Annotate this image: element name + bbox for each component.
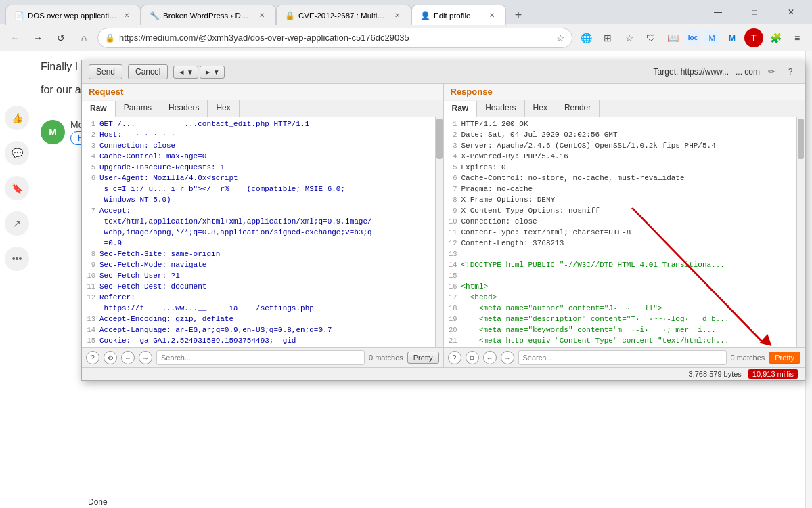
- back-button[interactable]: ←: [5, 28, 24, 47]
- tab-bar: 📄 DOS over wep application. pea... ✕ 🔧 B…: [5, 0, 528, 24]
- prev-arrow-button[interactable]: ◄ ▼: [173, 66, 198, 79]
- edit-target-button[interactable]: ✏: [764, 64, 779, 79]
- extension-icon-local[interactable]: loc: [685, 30, 701, 46]
- close-button[interactable]: ✕: [775, 2, 807, 22]
- window-controls: — □ ✕: [702, 2, 807, 22]
- tab-label-dos: DOS over wep application. pea...: [28, 12, 117, 20]
- maximize-button[interactable]: □: [739, 2, 770, 22]
- response-settings-button[interactable]: ⚙: [466, 351, 479, 364]
- response-back-button[interactable]: ←: [483, 351, 497, 364]
- code-line: 15Cookie: _ga=GA1.2.524931589.1593754493…: [82, 337, 443, 347]
- request-back-button[interactable]: ←: [121, 351, 135, 364]
- code-line: 13Accept-Encoding: gzip, deflate: [82, 315, 443, 326]
- response-tab-render[interactable]: Render: [556, 100, 600, 117]
- request-tab-params[interactable]: Params: [116, 100, 160, 117]
- star-icon[interactable]: ☆: [556, 33, 565, 43]
- response-scrollbar[interactable]: [796, 117, 805, 347]
- sidebar-more-icon[interactable]: •••: [5, 247, 29, 271]
- nav-icons: 🌐 ⊞ ☆ 🛡 📖 loc M M T 🧩 ≡: [577, 28, 807, 47]
- code-line: 15: [444, 272, 805, 282]
- code-line: Windows NT 5.0): [82, 196, 443, 207]
- request-pretty-button[interactable]: Pretty: [407, 352, 439, 364]
- code-line: 19 <meta name="description" content="T· …: [444, 315, 805, 326]
- address-text: https://medium.com/@0xmh3yad/dos-over-we…: [119, 33, 552, 43]
- target-label: Target: https://www... ... com ✏ ?: [654, 64, 798, 79]
- request-settings-button[interactable]: ⚙: [104, 351, 117, 364]
- response-scroll-thumb[interactable]: [798, 119, 804, 159]
- request-tab-raw[interactable]: Raw: [82, 101, 116, 117]
- request-content[interactable]: 1GET /... ...contact_edit.php HTTP/1.1 2…: [82, 117, 443, 347]
- code-line: 12Content-Length: 3768213: [444, 239, 805, 250]
- request-forward-button[interactable]: →: [139, 351, 152, 364]
- code-line: 7Accept:: [82, 207, 443, 217]
- response-tab-hex[interactable]: Hex: [525, 100, 556, 117]
- help-target-button[interactable]: ?: [783, 64, 798, 79]
- tab-close-dos[interactable]: ✕: [121, 10, 132, 21]
- tab-dos[interactable]: 📄 DOS over wep application. pea... ✕: [5, 5, 141, 25]
- menu-icon[interactable]: ≡: [788, 28, 807, 47]
- code-line: webp,image/apng,*/*;q=0.8,application/si…: [82, 228, 443, 239]
- sidebar-share-icon[interactable]: ↗: [5, 211, 29, 236]
- cancel-button[interactable]: Cancel: [128, 64, 168, 79]
- sidebar-like-icon[interactable]: 👍: [5, 106, 29, 130]
- response-tab-raw[interactable]: Raw: [444, 101, 478, 117]
- response-help-button[interactable]: ?: [448, 351, 461, 364]
- ms-extension-icon[interactable]: M: [723, 28, 742, 47]
- tab-close-cve[interactable]: ✕: [392, 10, 403, 21]
- request-matches-label: 0 matches: [369, 354, 403, 362]
- translate-icon[interactable]: 🌐: [577, 28, 595, 47]
- code-line: 20 <meta name="keywords" content="m ·-i·…: [444, 326, 805, 337]
- reload-button[interactable]: ↺: [51, 28, 70, 47]
- response-content[interactable]: 1HTTP/1.1 200 OK 2Date: Sat, 04 Jul 2020…: [444, 117, 805, 347]
- code-line: 18 <meta name="author" content="J· · ll"…: [444, 304, 805, 315]
- star-nav-icon[interactable]: ☆: [620, 28, 639, 47]
- tab-close-profile[interactable]: ✕: [487, 10, 497, 21]
- response-tabs: Raw Headers Hex Render: [444, 100, 805, 117]
- response-search-input[interactable]: [518, 350, 727, 365]
- sidebar-bookmark-icon[interactable]: 🔖: [5, 176, 29, 200]
- next-arrow-button[interactable]: ► ▼: [200, 66, 225, 79]
- response-matches-label: 0 matches: [731, 354, 765, 362]
- code-line: 8Sec-Fetch-Site: same-origin: [82, 250, 443, 261]
- response-forward-button[interactable]: →: [501, 351, 514, 364]
- address-bar[interactable]: 🔒 https://medium.com/@0xmh3yad/dos-over-…: [97, 28, 572, 48]
- code-line: 10Sec-Fetch-User: ?1: [82, 272, 443, 282]
- reading-list-icon[interactable]: 📖: [663, 28, 682, 47]
- code-line: 8X-Frame-Options: DENY: [444, 196, 805, 207]
- request-tab-headers[interactable]: Headers: [160, 100, 208, 117]
- code-line: 5Upgrade-Insecure-Requests: 1: [82, 163, 443, 174]
- tab-profile[interactable]: 👤 Edit profile ✕: [411, 5, 506, 25]
- shield-icon[interactable]: 🛡: [641, 28, 660, 47]
- new-tab-button[interactable]: +: [509, 5, 528, 24]
- code-line: 2Host: · · · · ·: [82, 131, 443, 142]
- request-help-button[interactable]: ?: [86, 351, 99, 364]
- code-line: 21 <meta http-equiv="Content-Type" conte…: [444, 337, 805, 347]
- tab-wordpress[interactable]: 🔧 Broken WordPress › Dashboard ✕: [141, 5, 276, 25]
- request-scroll-thumb[interactable]: [436, 119, 443, 159]
- code-line: 17 <head>: [444, 293, 805, 304]
- send-button[interactable]: Send: [89, 64, 122, 79]
- tab-close-wp[interactable]: ✕: [256, 10, 267, 21]
- request-search-input[interactable]: [156, 350, 365, 365]
- page-content: Finally I was able to run just 700 clien…: [0, 51, 812, 508]
- sidebar-comment-icon[interactable]: 💬: [5, 141, 29, 165]
- code-line: 3Server: Apache/2.4.6 (CentOS) OpenSSL/1…: [444, 142, 805, 152]
- tab-cve[interactable]: 🔒 CVE-2012-2687 : Multiple cross-site...…: [276, 5, 411, 25]
- forward-button[interactable]: →: [28, 28, 47, 47]
- code-line: 11Content-Type: text/html; charset=UTF-8: [444, 228, 805, 239]
- request-scrollbar[interactable]: [435, 117, 443, 347]
- extensions-icon[interactable]: 🧩: [766, 28, 785, 47]
- home-button[interactable]: ⌂: [74, 28, 93, 47]
- extension-icon-ms[interactable]: M: [704, 30, 720, 46]
- code-line: 9Sec-Fetch-Mode: navigate: [82, 261, 443, 272]
- grid-icon[interactable]: ⊞: [598, 28, 617, 47]
- tab-label-cve: CVE-2012-2687 : Multiple cross-site...: [298, 12, 388, 20]
- response-tab-headers[interactable]: Headers: [477, 100, 524, 117]
- code-line: 10Connection: close: [444, 217, 805, 228]
- code-line: 11Sec-Fetch-Dest: document: [82, 282, 443, 293]
- profile-circle[interactable]: T: [744, 28, 763, 47]
- response-pretty-button[interactable]: Pretty: [769, 352, 800, 364]
- request-tab-hex[interactable]: Hex: [208, 100, 239, 117]
- minimize-button[interactable]: —: [702, 2, 734, 22]
- tab-favicon-wp: 🔧: [150, 11, 159, 20]
